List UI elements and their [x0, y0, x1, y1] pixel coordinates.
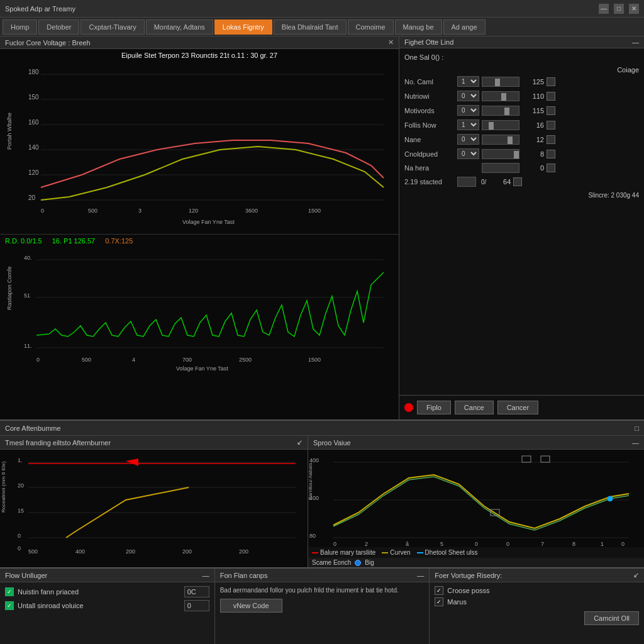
foer-panel: Foer Vortuge Risedry: ↙ ✓ Croose posss ✓… — [430, 569, 644, 644]
foer-panel-collapse[interactable]: ↙ — [633, 571, 639, 579]
ctrl-select-1[interactable]: 0 — [457, 91, 479, 101]
svg-text:Portah Wltalhe: Portah Wltalhe — [6, 113, 13, 150]
ctrl-label-2: Motivords — [404, 107, 455, 114]
core-collapse[interactable]: □ — [635, 425, 639, 432]
legend-yellow-dot — [382, 552, 388, 553]
svg-text:4: 4 — [132, 357, 135, 363]
tab-comoime[interactable]: Comoime — [348, 19, 394, 35]
tab-detober[interactable]: Detober — [38, 19, 79, 35]
tab-lokas[interactable]: Lokas Figntry — [214, 19, 272, 35]
control-row-7: 2.19 stacted 0/ 64 — [404, 177, 639, 187]
scale-radio[interactable] — [355, 560, 361, 566]
control-row-0: No. Caml 1 125 — [404, 76, 639, 87]
foer-check-label-2: Marus — [447, 598, 467, 606]
foer-check-row-2: ✓ Marus — [435, 597, 639, 606]
svg-text:80: 80 — [309, 533, 316, 539]
top-section: Fuclor Core Voltage : Breeh ✕ Eipuile St… — [0, 36, 644, 419]
ctrl-checkbox-7[interactable] — [513, 177, 522, 186]
svg-text:8: 8 — [572, 541, 575, 547]
fiplo-button[interactable]: Fiplo — [417, 401, 451, 414]
svg-text:Volage Fan Yne Tast: Volage Fan Yne Tast — [182, 219, 235, 225]
legend-cyan-label: Dhetool Sheet ulss — [425, 549, 478, 556]
legend-red-dot — [312, 552, 318, 553]
svg-text:2500: 2500 — [239, 357, 252, 363]
left-panel-close[interactable]: ✕ — [388, 38, 394, 47]
flow-panel-collapse[interactable]: — — [203, 572, 209, 579]
close-button[interactable]: ✕ — [629, 4, 639, 14]
bottom-left-header: Tmesl franding eiltsto Afternburner ↙ — [0, 436, 308, 450]
legend-red: Balure mary tarsliite — [312, 549, 375, 556]
bottom-panels: Tmesl franding eiltsto Afternburner ↙ 1.… — [0, 436, 644, 567]
ctrl-select-5[interactable]: 0 — [457, 148, 479, 159]
fon-panel-collapse[interactable]: — — [417, 572, 424, 579]
ctrl-checkbox-5[interactable] — [547, 150, 555, 158]
right-panel-collapse[interactable]: — — [632, 38, 639, 46]
tab-blea[interactable]: Blea Dhalraid Tant — [274, 19, 347, 35]
tab-cxptart[interactable]: Cxptart-Tlavary — [80, 19, 144, 35]
ctrl-value-6: 0 — [522, 164, 544, 172]
svg-text:Parnttou/-habats: Parnttou/-habats — [308, 463, 313, 500]
ctrl-select-2[interactable]: 0 — [457, 105, 479, 116]
svg-text:2: 2 — [365, 541, 368, 547]
svg-text:51: 51 — [24, 292, 30, 299]
ctrl-checkbox-3[interactable] — [547, 121, 555, 130]
left-panel-title: Fuclor Core Voltage : Breeh — [5, 39, 91, 47]
svg-text:200: 200 — [126, 548, 135, 555]
ctrl-checkbox-4[interactable] — [547, 135, 555, 144]
svg-text:120: 120 — [189, 208, 198, 214]
ctrl-slider-2[interactable] — [482, 106, 519, 116]
bottom-left-collapse[interactable]: ↙ — [297, 438, 303, 447]
ctrl-select-0[interactable]: 1 — [457, 76, 479, 87]
fon-panel-header: Fon Flan canps — — [215, 569, 430, 582]
ctrl-slider-5[interactable] — [482, 149, 519, 159]
ctrl-value-5: 8 — [522, 150, 544, 158]
ctrl-checkbox-2[interactable] — [547, 106, 555, 115]
svg-text:1: 1 — [601, 541, 604, 547]
ctrl-select-4[interactable]: 0 — [457, 134, 479, 145]
input-1[interactable] — [184, 586, 209, 597]
legend-cyan: Dhetool Sheet ulss — [417, 549, 478, 556]
ctrl-value-1: 110 — [522, 92, 544, 100]
ctrl-slider-6[interactable] — [482, 163, 519, 173]
ctrl-label-0: No. Caml — [404, 78, 455, 86]
ctrl-slider-4[interactable] — [482, 135, 519, 145]
title-bar: Spoked Adp ar Treamy — □ ✕ — [0, 0, 644, 18]
minimize-button[interactable]: — — [599, 4, 609, 14]
tab-manug[interactable]: Manug be — [395, 19, 442, 35]
ctrl-slider-1[interactable] — [482, 91, 519, 101]
svg-text:7: 7 — [541, 541, 544, 547]
foer-check-1[interactable]: ✓ — [435, 586, 443, 595]
ctrl-slider-7[interactable] — [457, 177, 476, 187]
view-code-button[interactable]: vNew Code — [220, 599, 282, 613]
cance-button[interactable]: Cance — [455, 401, 494, 414]
svg-text:3: 3 — [138, 208, 142, 214]
cancer-button[interactable]: Cancer — [497, 401, 538, 414]
legend-cyan-dot — [417, 552, 423, 553]
tab-homp[interactable]: Homp — [3, 19, 37, 35]
check-icon-2[interactable]: ✓ — [5, 601, 14, 610]
cancel-oll-button[interactable]: Camcint Oll — [584, 611, 639, 625]
svg-text:0: 0 — [18, 545, 21, 552]
tab-adange[interactable]: Ad ange — [443, 19, 486, 35]
ctrl-slider-0[interactable] — [482, 77, 519, 87]
reading-label2: 16. P1 126.57 — [52, 237, 96, 245]
ctrl-value-2: 115 — [522, 107, 544, 114]
svg-text:3600: 3600 — [245, 208, 258, 214]
ctrl-checkbox-0[interactable] — [547, 77, 555, 86]
ctrl-checkbox-1[interactable] — [547, 92, 555, 101]
bottom-right-collapse[interactable]: — — [632, 439, 639, 447]
bottom-left-title: Tmesl franding eiltsto Afternburner — [5, 439, 111, 447]
foer-panel-title: Foer Vortuge Risedry: — [435, 572, 502, 579]
ctrl-slider-3[interactable] — [482, 120, 519, 130]
flow-panel-header: Flow Unlluger — — [0, 569, 214, 582]
check-icon-1[interactable]: ✓ — [5, 587, 14, 596]
ctrl-select-3[interactable]: 1 — [457, 119, 479, 130]
foer-check-2[interactable]: ✓ — [435, 597, 443, 606]
input-2[interactable] — [184, 600, 209, 611]
tab-montany[interactable]: Montany, Adtans — [146, 19, 213, 35]
maximize-button[interactable]: □ — [614, 4, 624, 14]
chart-title: Eipuile Stet Terpon 23 Rounctis 21t o.11… — [0, 49, 399, 62]
slinere-label: Slincre: 2 030g 44 — [404, 192, 639, 199]
ctrl-label-3: Follis Now — [404, 121, 455, 129]
ctrl-checkbox-6[interactable] — [547, 164, 555, 172]
